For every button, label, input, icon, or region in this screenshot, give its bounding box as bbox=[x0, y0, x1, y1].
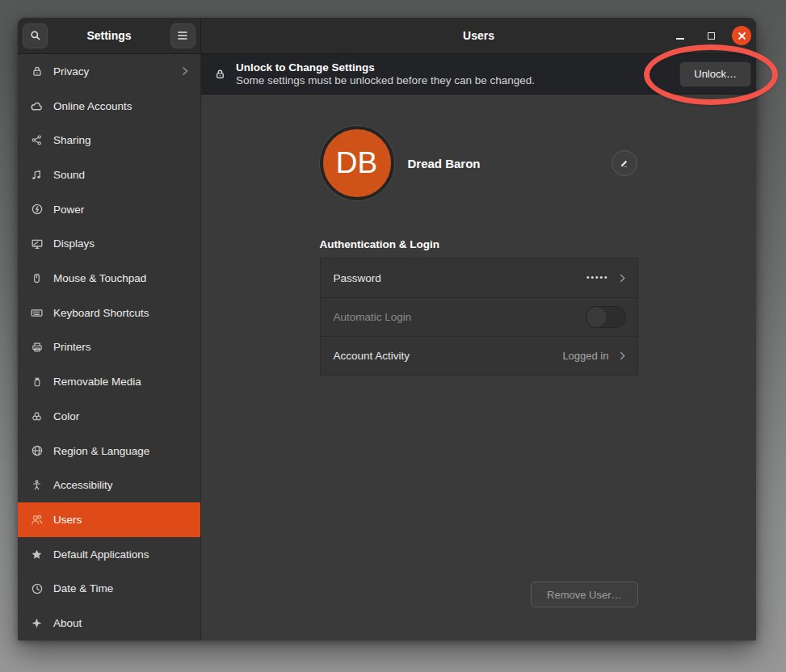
sidebar-item-label: Date & Time bbox=[53, 582, 189, 594]
cloud-icon bbox=[30, 99, 44, 113]
sidebar-item-sound[interactable]: Sound bbox=[18, 158, 200, 192]
music-note-icon bbox=[30, 168, 44, 182]
sidebar-item-label: Printers bbox=[53, 341, 189, 353]
maximize-icon bbox=[708, 32, 715, 40]
sparkle-icon bbox=[30, 616, 44, 630]
content-headerbar: Users bbox=[201, 18, 756, 53]
sidebar-item-label: Keyboard Shortcuts bbox=[53, 307, 189, 319]
sidebar-item-label: Region & Language bbox=[53, 445, 189, 457]
sidebar-item-printers[interactable]: Printers bbox=[18, 330, 200, 365]
sidebar-item-label: Accessibility bbox=[53, 479, 189, 491]
section-title: Authentication & Login bbox=[320, 238, 638, 250]
mouse-icon bbox=[30, 271, 44, 285]
star-icon bbox=[30, 548, 44, 561]
banner-title: Unlock to Change Settings bbox=[236, 61, 670, 74]
banner-subtitle: Some settings must be unlocked before th… bbox=[236, 74, 670, 86]
keyboard-icon bbox=[30, 306, 44, 320]
account-activity-value: Logged in bbox=[562, 350, 608, 362]
sidebar-item-region-language[interactable]: Region & Language bbox=[18, 434, 200, 468]
sidebar-item-accessibility[interactable]: Accessibility bbox=[18, 468, 200, 502]
sidebar-item-privacy[interactable]: Privacy bbox=[18, 54, 200, 89]
printer-icon bbox=[30, 340, 44, 354]
sidebar-item-label: Removable Media bbox=[53, 376, 189, 388]
sidebar-item-label: Default Applications bbox=[53, 548, 189, 561]
pencil-icon bbox=[619, 158, 629, 169]
sidebar-item-default-applications[interactable]: Default Applications bbox=[18, 537, 200, 572]
sidebar-item-label: About bbox=[53, 617, 189, 629]
sidebar-item-mouse-touchpad[interactable]: Mouse & Touchpad bbox=[18, 261, 200, 296]
account-activity-label: Account Activity bbox=[334, 350, 553, 362]
sidebar-item-label: Online Accounts bbox=[53, 100, 189, 112]
automatic-login-label: Automatic Login bbox=[334, 311, 576, 323]
unlock-button[interactable]: Unlock… bbox=[679, 61, 751, 87]
titlebar: Settings Users bbox=[18, 18, 756, 54]
accessibility-icon bbox=[30, 478, 44, 492]
sidebar-item-online-accounts[interactable]: Online Accounts bbox=[18, 89, 200, 124]
sidebar-item-removable-media[interactable]: Removable Media bbox=[18, 364, 200, 399]
removable-media-icon bbox=[30, 375, 44, 388]
sidebar-item-keyboard-shortcuts[interactable]: Keyboard Shortcuts bbox=[18, 296, 200, 330]
menu-button[interactable] bbox=[170, 23, 195, 48]
avatar[interactable]: DB bbox=[320, 126, 394, 200]
sidebar-item-date-time[interactable]: Date & Time bbox=[18, 572, 200, 607]
desktop-backdrop: Settings Users bbox=[0, 0, 786, 672]
chevron-right-icon bbox=[181, 66, 189, 76]
sidebar-item-label: Users bbox=[53, 514, 189, 526]
automatic-login-toggle[interactable] bbox=[586, 306, 626, 328]
sidebar-item-label: Mouse & Touchpad bbox=[53, 272, 189, 284]
settings-window: Settings Users bbox=[18, 18, 756, 640]
banner-text: Unlock to Change Settings Some settings … bbox=[236, 61, 670, 86]
automatic-login-row: Automatic Login bbox=[321, 297, 637, 336]
sidebar-item-label: Sharing bbox=[53, 134, 189, 146]
password-row[interactable]: Password ••••• bbox=[321, 258, 637, 297]
power-icon bbox=[30, 203, 44, 216]
password-label: Password bbox=[334, 272, 577, 284]
sidebar-item-displays[interactable]: Displays bbox=[18, 227, 200, 262]
close-button[interactable] bbox=[732, 26, 751, 45]
app-title: Settings bbox=[86, 29, 131, 42]
users-panel: Unlock to Change Settings Some settings … bbox=[201, 54, 756, 640]
sidebar-item-label: Sound bbox=[53, 169, 189, 181]
minimize-button[interactable] bbox=[670, 26, 690, 45]
sidebar-item-label: Power bbox=[53, 204, 189, 216]
sidebar-item-label: Color bbox=[53, 410, 189, 422]
share-icon bbox=[30, 133, 44, 147]
account-activity-row[interactable]: Account Activity Logged in bbox=[321, 336, 637, 375]
password-value: ••••• bbox=[586, 273, 609, 282]
toggle-knob bbox=[586, 306, 607, 328]
search-icon bbox=[29, 29, 42, 42]
sidebar-headerbar: Settings bbox=[18, 18, 201, 53]
sidebar-item-power[interactable]: Power bbox=[18, 192, 200, 227]
sidebar-item-label: Privacy bbox=[53, 65, 171, 78]
clock-icon bbox=[30, 582, 44, 595]
users-main: DB Dread Baron Authentication & Login bbox=[201, 94, 756, 640]
users-icon bbox=[30, 513, 44, 527]
hamburger-menu-icon bbox=[177, 31, 188, 40]
window-controls bbox=[670, 26, 751, 45]
edit-name-button[interactable] bbox=[612, 150, 637, 176]
globe-icon bbox=[30, 444, 44, 458]
maximize-button[interactable] bbox=[701, 26, 721, 45]
window-body: Privacy Online Accounts bbox=[18, 54, 756, 640]
remove-user-row: Remove User… bbox=[320, 582, 638, 640]
unlock-banner: Unlock to Change Settings Some settings … bbox=[201, 54, 756, 94]
user-name: Dread Baron bbox=[408, 157, 481, 170]
user-profile-row: DB Dread Baron bbox=[320, 124, 638, 202]
lock-icon bbox=[30, 65, 44, 78]
remove-user-button[interactable]: Remove User… bbox=[531, 582, 637, 607]
lock-icon bbox=[214, 68, 226, 80]
auth-login-card: Password ••••• Automatic Login bbox=[320, 258, 638, 376]
sidebar-item-users[interactable]: Users bbox=[18, 502, 200, 537]
display-icon bbox=[30, 237, 44, 250]
chevron-right-icon bbox=[619, 351, 626, 361]
sidebar-item-color[interactable]: Color bbox=[18, 399, 200, 434]
search-button[interactable] bbox=[23, 23, 48, 48]
close-icon bbox=[738, 32, 746, 40]
sidebar: Privacy Online Accounts bbox=[18, 54, 201, 640]
minimize-icon bbox=[676, 38, 684, 40]
color-circles-icon bbox=[30, 410, 44, 423]
chevron-right-icon bbox=[619, 273, 626, 284]
sidebar-item-sharing[interactable]: Sharing bbox=[18, 123, 200, 158]
sidebar-item-about[interactable]: About bbox=[18, 606, 200, 640]
sidebar-item-label: Displays bbox=[53, 237, 189, 250]
